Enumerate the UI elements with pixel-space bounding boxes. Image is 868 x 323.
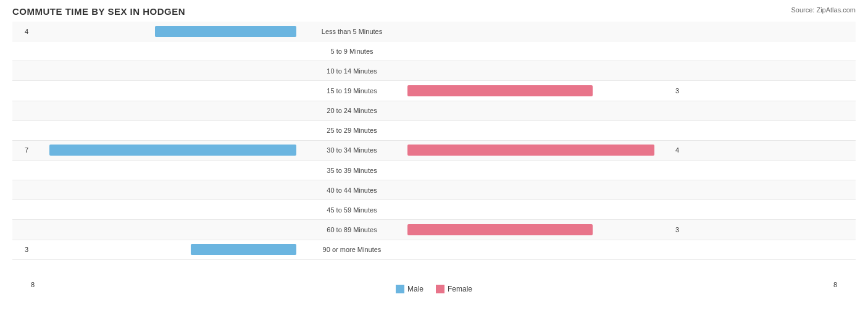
chart-row: 7 30 to 34 Minutes 4 xyxy=(12,141,856,161)
male-bar xyxy=(155,26,296,37)
row-label: 90 or more Minutes xyxy=(296,246,407,253)
female-bar-area xyxy=(407,165,673,176)
male-bar-area xyxy=(31,65,296,77)
male-label: Male xyxy=(407,285,424,293)
legend-male: Male xyxy=(396,285,424,293)
row-label: 40 to 44 Minutes xyxy=(296,187,407,194)
chart-container: COMMUTE TIME BY SEX IN HODGEN Source: Zi… xyxy=(0,0,868,323)
female-color-box xyxy=(436,285,444,293)
row-label: 45 to 59 Minutes xyxy=(296,206,407,214)
chart-row: 35 to 39 Minutes xyxy=(12,161,856,180)
legend-female: Female xyxy=(436,285,472,293)
female-bar xyxy=(407,224,593,235)
male-bar xyxy=(191,244,296,255)
chart-row: 15 to 19 Minutes 3 xyxy=(12,81,856,101)
chart-row: 45 to 59 Minutes xyxy=(12,200,856,220)
legend: Male Female xyxy=(396,285,472,293)
male-bar-area xyxy=(31,26,296,37)
chart-row: 25 to 29 Minutes xyxy=(12,121,856,141)
chart-row: 60 to 89 Minutes 3 xyxy=(12,220,856,240)
male-bar-area xyxy=(31,204,296,216)
row-label: Less than 5 Minutes xyxy=(296,28,407,35)
female-bar-area xyxy=(407,26,673,37)
female-bar-area xyxy=(407,244,673,255)
female-bar xyxy=(407,85,593,96)
male-value: 7 xyxy=(12,146,31,154)
row-label: 20 to 24 Minutes xyxy=(296,107,407,114)
chart-area: 4 Less than 5 Minutes 5 to 9 Minutes xyxy=(12,22,856,280)
female-bar-area xyxy=(407,125,673,136)
male-bar-area xyxy=(31,244,296,255)
row-label: 15 to 19 Minutes xyxy=(296,87,407,94)
female-value: 4 xyxy=(673,146,691,154)
male-bar-area xyxy=(31,125,296,136)
male-bar-area xyxy=(31,105,296,116)
male-bar xyxy=(49,145,296,156)
female-value: 3 xyxy=(673,226,691,233)
bottom-axis: 8 Male Female 8 xyxy=(12,280,856,293)
chart-row: 5 to 9 Minutes xyxy=(12,41,856,61)
female-bar-area xyxy=(407,46,673,57)
female-bar-area xyxy=(407,145,673,156)
male-color-box xyxy=(396,285,404,293)
chart-row: 20 to 24 Minutes xyxy=(12,101,856,121)
row-label: 10 to 14 Minutes xyxy=(296,67,407,75)
female-bar-area xyxy=(407,204,673,216)
chart-row: 10 to 14 Minutes xyxy=(12,61,856,81)
male-bar-area xyxy=(31,165,296,176)
female-bar-area xyxy=(407,85,673,96)
female-value: 3 xyxy=(673,87,691,94)
male-value: 4 xyxy=(12,28,31,35)
female-bar-area xyxy=(407,224,673,235)
chart-row: 4 Less than 5 Minutes xyxy=(12,22,856,41)
bottom-right-value: 8 xyxy=(833,281,837,293)
row-label: 60 to 89 Minutes xyxy=(296,226,407,233)
row-label: 5 to 9 Minutes xyxy=(296,48,407,55)
row-label: 30 to 34 Minutes xyxy=(296,146,407,154)
female-bar-area xyxy=(407,185,673,196)
chart-row: 40 to 44 Minutes xyxy=(12,180,856,200)
female-bar-area xyxy=(407,105,673,116)
chart-title: COMMUTE TIME BY SEX IN HODGEN xyxy=(12,6,856,17)
female-bar-area xyxy=(407,65,673,77)
row-label: 25 to 29 Minutes xyxy=(296,127,407,134)
female-bar xyxy=(407,145,654,156)
chart-row: 3 90 or more Minutes xyxy=(12,240,856,260)
source-label: Source: ZipAtlas.com xyxy=(791,6,856,14)
row-label: 35 to 39 Minutes xyxy=(296,167,407,174)
bottom-left-value: 8 xyxy=(31,281,35,293)
male-bar-area xyxy=(31,145,296,156)
male-bar-area xyxy=(31,46,296,57)
male-value: 3 xyxy=(12,246,31,253)
female-label: Female xyxy=(448,285,472,293)
male-bar-area xyxy=(31,224,296,235)
male-bar-area xyxy=(31,85,296,96)
male-bar-area xyxy=(31,185,296,196)
